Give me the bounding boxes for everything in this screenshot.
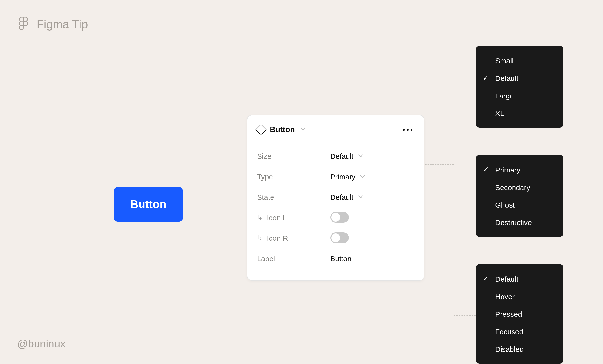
menu-item-state-focused[interactable]: Focused xyxy=(482,323,556,340)
page-header: Figma Tip xyxy=(17,17,88,32)
prop-label: Size xyxy=(257,152,330,160)
menu-item-state-default[interactable]: ✓ Default xyxy=(482,270,556,287)
menu-item-state-hover[interactable]: Hover xyxy=(482,287,556,305)
check-icon: ✓ xyxy=(482,165,490,174)
chevron-down-icon xyxy=(357,194,363,200)
prop-value-text: Default xyxy=(330,193,353,201)
menu-item-size-large[interactable]: Large xyxy=(482,87,556,104)
author-handle: @buninux xyxy=(17,338,66,350)
page-title: Figma Tip xyxy=(37,18,88,31)
menu-item-label: XL xyxy=(495,109,504,117)
prop-value-text: Button xyxy=(330,254,351,262)
dropdown-menu-size: Small ✓ Default Large XL xyxy=(476,46,564,128)
dropdown-menu-type: ✓ Primary Secondary Ghost Destructive xyxy=(476,155,564,237)
menu-item-type-destructive[interactable]: Destructive xyxy=(482,213,556,231)
chevron-down-icon xyxy=(357,153,363,159)
menu-item-type-secondary[interactable]: Secondary xyxy=(482,178,556,196)
menu-item-label: Small xyxy=(495,56,513,65)
more-options-icon[interactable]: ••• xyxy=(403,126,414,133)
menu-item-state-pressed[interactable]: Pressed xyxy=(482,305,556,323)
prop-value-type[interactable]: Primary xyxy=(330,172,365,181)
toggle-off-icon xyxy=(330,232,349,243)
connector-line xyxy=(454,88,454,164)
prop-value-text: Primary xyxy=(330,172,355,181)
prop-label: Icon L xyxy=(257,213,330,221)
prop-label-text: Icon R xyxy=(267,234,288,242)
toggle-off-icon xyxy=(330,212,349,223)
menu-item-size-xl[interactable]: XL xyxy=(482,104,556,122)
menu-item-label: Default xyxy=(495,275,518,283)
prop-row-size: Size Default xyxy=(257,146,414,166)
prop-value-state[interactable]: Default xyxy=(330,193,363,201)
menu-item-label: Disabled xyxy=(495,345,524,353)
svg-point-0 xyxy=(23,21,28,25)
prop-label: Icon R xyxy=(257,234,330,242)
dropdown-menu-state: ✓ Default Hover Pressed Focused Disabled xyxy=(476,264,564,364)
menu-item-label: Ghost xyxy=(495,200,515,209)
menu-item-type-ghost[interactable]: Ghost xyxy=(482,196,556,213)
menu-item-label: Primary xyxy=(495,165,520,174)
prop-row-label: Label Button xyxy=(257,248,414,268)
panel-header: Button ••• xyxy=(257,125,414,134)
example-button-label: Button xyxy=(130,198,166,210)
connector-line xyxy=(454,210,454,315)
menu-item-type-primary[interactable]: ✓ Primary xyxy=(482,161,556,178)
prop-label-text: Icon L xyxy=(267,213,287,221)
chevron-down-icon xyxy=(359,174,365,179)
prop-label: State xyxy=(257,193,330,201)
prop-label: Label xyxy=(257,254,330,262)
menu-item-label: Hover xyxy=(495,292,515,300)
menu-item-label: Default xyxy=(495,74,518,82)
prop-value-label[interactable]: Button xyxy=(330,254,351,262)
menu-item-label: Secondary xyxy=(495,183,530,191)
prop-row-type: Type Primary xyxy=(257,166,414,187)
menu-item-size-small[interactable]: Small xyxy=(482,52,556,69)
component-icon xyxy=(255,124,266,135)
connector-line xyxy=(195,206,245,206)
menu-item-label: Destructive xyxy=(495,218,532,226)
prop-value-text: Default xyxy=(330,152,353,160)
prop-row-state: State Default xyxy=(257,187,414,207)
check-icon: ✓ xyxy=(482,74,490,82)
connector-line xyxy=(454,88,476,88)
component-name[interactable]: Button xyxy=(270,125,295,134)
icon-left-toggle[interactable] xyxy=(330,212,349,223)
menu-item-label: Large xyxy=(495,91,514,100)
example-button[interactable]: Button xyxy=(114,187,183,222)
menu-item-state-disabled[interactable]: Disabled xyxy=(482,340,556,358)
chevron-down-icon[interactable] xyxy=(300,125,306,134)
menu-item-label: Focused xyxy=(495,327,523,335)
inspector-panel: Button ••• Size Default Type Primary Sta… xyxy=(247,115,424,281)
menu-item-size-default[interactable]: ✓ Default xyxy=(482,69,556,87)
connector-line xyxy=(454,315,476,316)
check-icon: ✓ xyxy=(482,274,490,283)
prop-label: Type xyxy=(257,172,330,181)
prop-row-icon-left: Icon L xyxy=(257,207,414,228)
prop-value-size[interactable]: Default xyxy=(330,152,363,160)
figma-logo-icon xyxy=(17,17,30,32)
menu-item-label: Pressed xyxy=(495,310,522,318)
icon-right-toggle[interactable] xyxy=(330,232,349,243)
prop-row-icon-right: Icon R xyxy=(257,228,414,248)
